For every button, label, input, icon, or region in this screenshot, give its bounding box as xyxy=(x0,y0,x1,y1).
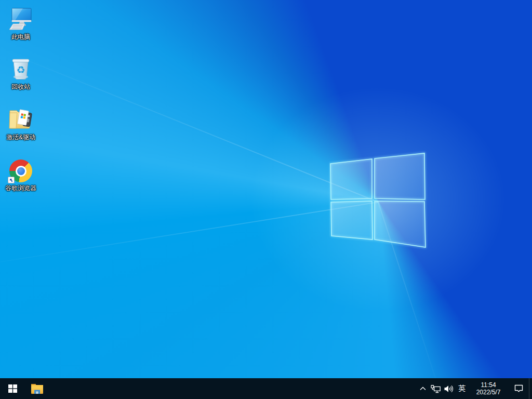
file-explorer-button[interactable] xyxy=(25,378,49,399)
windows-logo-wallpaper xyxy=(329,150,428,252)
desktop-icon-recycle-bin[interactable]: ♻ 回收站 xyxy=(1,54,41,90)
file-explorer-icon xyxy=(31,383,44,394)
start-button[interactable] xyxy=(0,378,25,399)
taskbar: 英 11:54 2022/5/7 xyxy=(0,378,532,399)
desktop-icon-label: 谷歌浏览器 xyxy=(5,185,36,192)
clock-time: 11:54 xyxy=(481,381,496,389)
ime-language-indicator[interactable]: 英 xyxy=(455,378,469,399)
wallpaper xyxy=(0,0,532,399)
taskbar-clock[interactable]: 11:54 2022/5/7 xyxy=(469,378,508,399)
chrome-blue-core xyxy=(17,167,25,175)
light-ray xyxy=(0,202,378,268)
ime-label: 英 xyxy=(458,384,466,393)
action-center-button[interactable] xyxy=(508,378,529,399)
desktop: 此电脑 ♻ 回收站 xyxy=(0,0,532,399)
show-hidden-icons-button[interactable] xyxy=(417,378,429,399)
desktop-icon-label: 回收站 xyxy=(11,84,30,90)
ethernet-network-icon xyxy=(430,384,441,393)
open-folder-icon xyxy=(7,105,34,131)
chrome-icon xyxy=(9,156,32,182)
desktop-icon-label: 此电脑 xyxy=(11,34,30,41)
start-icon xyxy=(8,384,17,393)
recycle-bin-icon: ♻ xyxy=(9,55,32,81)
desktop-icon-label: 激活&驱动 xyxy=(6,134,35,141)
desktop-icon-chrome[interactable]: 谷歌浏览器 xyxy=(1,155,41,192)
recycle-glyph: ♻ xyxy=(16,64,25,75)
chevron-up-icon xyxy=(420,387,426,391)
volume-icon xyxy=(444,385,454,393)
clock-date: 2022/5/7 xyxy=(476,389,501,396)
shortcut-arrow-icon xyxy=(8,177,15,183)
desktop-icon-activation-drivers[interactable]: 激活&驱动 xyxy=(1,104,41,141)
show-desktop-button[interactable] xyxy=(529,378,532,399)
light-ray xyxy=(0,46,378,203)
network-button[interactable] xyxy=(429,378,442,399)
desktop-icon-this-pc[interactable]: 此电脑 xyxy=(1,4,41,41)
system-tray: 英 11:54 2022/5/7 xyxy=(417,378,532,399)
action-center-icon xyxy=(514,384,524,393)
volume-button[interactable] xyxy=(442,378,455,399)
this-pc-icon xyxy=(8,5,33,31)
